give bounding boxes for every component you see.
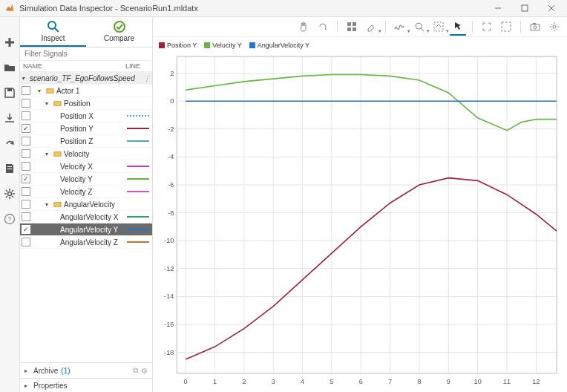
scenario-row[interactable]: ▾scenario_TF_EgoFollowsSpeed⋮	[20, 72, 152, 85]
svg-line-11	[55, 28, 59, 32]
svg-text:4: 4	[301, 378, 304, 385]
expand-icon[interactable]	[479, 19, 495, 35]
actor-row[interactable]: ▾Actor 1	[20, 85, 152, 97]
archive-section[interactable]: ▸Archive (1) ⧉ ⚙	[20, 362, 152, 378]
signal-row[interactable]: Velocity Z	[20, 186, 152, 198]
svg-text:1: 1	[213, 378, 217, 385]
svg-text:10: 10	[474, 378, 482, 385]
svg-text:12: 12	[532, 378, 540, 385]
titlebar: Simulation Data Inspector - ScenarioRun1…	[0, 0, 567, 17]
svg-rect-1	[522, 5, 528, 11]
svg-text:2: 2	[170, 70, 174, 77]
signal-row[interactable]: Position Y	[20, 122, 152, 135]
svg-rect-20	[353, 27, 356, 31]
svg-rect-13	[47, 88, 53, 93]
signal-row[interactable]: Velocity X	[20, 160, 152, 173]
svg-rect-16	[54, 202, 61, 206]
svg-text:9: 9	[447, 378, 450, 385]
svg-rect-77	[177, 56, 557, 373]
svg-rect-19	[347, 27, 351, 31]
group-velocity[interactable]: ▾Velocity	[20, 148, 152, 160]
signal-panel: Inspect Compare NAME LINE ▾scenario_TF_E…	[20, 17, 153, 392]
svg-point-10	[48, 22, 56, 29]
svg-text:6: 6	[359, 378, 363, 385]
svg-text:7: 7	[388, 378, 392, 385]
matlab-logo-icon	[4, 3, 15, 13]
svg-text:-12: -12	[164, 265, 174, 272]
fullscreen-icon[interactable]	[498, 19, 514, 35]
report-icon[interactable]	[2, 161, 17, 176]
svg-rect-17	[347, 22, 351, 26]
cursor-icon[interactable]	[450, 18, 466, 36]
export-icon[interactable]	[2, 136, 17, 151]
svg-text:-2: -2	[168, 125, 174, 133]
svg-rect-5	[7, 166, 12, 167]
group-position[interactable]: ▾Position	[20, 97, 152, 110]
svg-text:-14: -14	[164, 293, 174, 300]
svg-rect-15	[54, 151, 61, 156]
close-button[interactable]	[540, 0, 563, 16]
svg-text:-16: -16	[164, 321, 174, 328]
hand-cursor-icon[interactable]	[295, 19, 312, 35]
svg-point-7	[8, 192, 12, 196]
svg-rect-4	[7, 88, 12, 91]
minimize-button[interactable]	[487, 0, 509, 16]
gear-icon[interactable]	[546, 19, 563, 35]
svg-text:3: 3	[272, 378, 275, 385]
svg-text:-18: -18	[164, 349, 174, 356]
svg-text:5: 5	[330, 378, 333, 385]
settings-icon[interactable]	[2, 186, 17, 201]
rotate-icon[interactable]	[315, 19, 331, 35]
svg-text:-4: -4	[168, 153, 174, 160]
signal-row[interactable]: AngularVelocity Z	[20, 236, 152, 249]
chart-toolbar	[153, 17, 567, 37]
signal-row[interactable]: Position X	[20, 110, 152, 122]
archive-copy-icon[interactable]: ⧉	[133, 366, 138, 375]
svg-rect-6	[7, 169, 12, 169]
folder-icon[interactable]	[2, 60, 17, 75]
tab-inspect[interactable]: Inspect	[20, 17, 86, 47]
svg-rect-24	[502, 22, 511, 31]
signal-row-selected[interactable]: AngularVelocity Y	[20, 223, 152, 236]
signal-tree[interactable]: ▾scenario_TF_EgoFollowsSpeed⋮ ▾Actor 1 ▾…	[20, 72, 152, 362]
svg-text:2: 2	[242, 378, 246, 385]
line-chart[interactable]: 012345678910111220-2-4-6-8-10-12-14-16-1…	[156, 50, 561, 388]
svg-text:?: ?	[7, 215, 11, 223]
clear-icon[interactable]	[363, 19, 379, 35]
properties-section[interactable]: ▸Properties	[20, 378, 152, 392]
signal-row[interactable]: Velocity Y	[20, 173, 152, 186]
signal-row[interactable]: AngularVelocity X	[20, 211, 152, 223]
maximize-button[interactable]	[514, 0, 536, 16]
svg-text:-10: -10	[164, 237, 174, 244]
layout-icon[interactable]	[344, 19, 360, 35]
signal-row[interactable]: Position Z	[20, 135, 152, 148]
snapshot-icon[interactable]	[527, 19, 543, 35]
fit-icon[interactable]	[430, 19, 447, 35]
zoom-icon[interactable]	[411, 19, 427, 35]
group-angvel[interactable]: ▾AngularVelocity	[20, 198, 152, 211]
add-icon[interactable]	[2, 35, 17, 50]
svg-rect-23	[434, 22, 443, 31]
help-icon[interactable]: ?	[2, 212, 17, 226]
svg-rect-18	[353, 22, 356, 26]
bus-icon	[53, 99, 62, 108]
svg-line-22	[421, 28, 424, 31]
svg-point-21	[416, 23, 422, 29]
filter-input[interactable]	[20, 48, 152, 61]
window-title: Simulation Data Inspector - ScenarioRun1…	[19, 4, 482, 13]
signal-line-icon[interactable]	[392, 19, 408, 35]
svg-text:11: 11	[503, 378, 511, 385]
vertical-toolbar: ?	[0, 17, 20, 392]
svg-rect-27	[533, 23, 536, 24]
chart-area[interactable]: Position Y Velocity Y AngularVelocity Y …	[153, 37, 567, 392]
svg-point-26	[534, 26, 537, 29]
check-icon	[113, 20, 126, 33]
import-icon[interactable]	[2, 111, 17, 125]
search-icon	[47, 20, 60, 33]
save-icon[interactable]	[2, 85, 17, 100]
archive-gear-icon[interactable]: ⚙	[141, 367, 148, 375]
bus-icon	[46, 87, 54, 95]
bus-icon	[53, 200, 62, 209]
svg-point-28	[553, 25, 556, 28]
tab-compare[interactable]: Compare	[86, 17, 152, 47]
